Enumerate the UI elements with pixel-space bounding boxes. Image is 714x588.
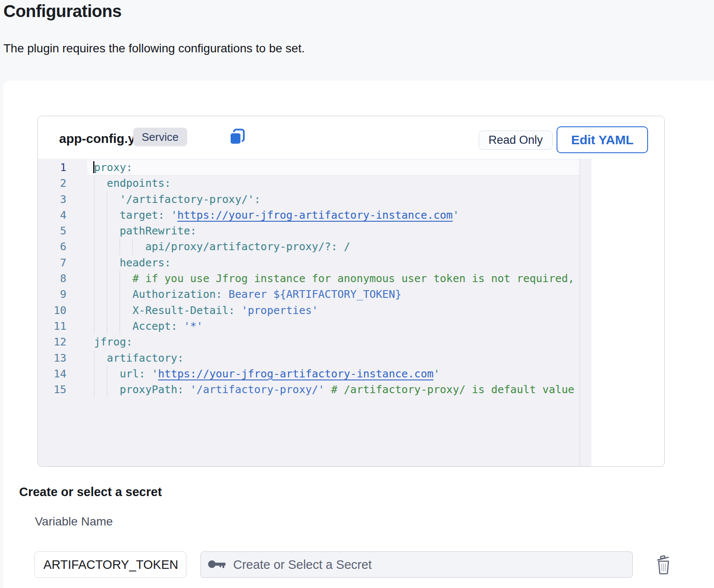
yaml-editor-card: app-config.yaml Service Read Only Edit Y… [37,116,665,467]
indent-guide [107,207,107,223]
indent-guide [94,207,94,223]
indent-guide [107,303,107,318]
indent-guide [94,239,94,254]
line-number: 1 [38,160,66,175]
indent-guide [94,175,94,191]
code-line: 8 # if you use Jfrog instance for anonym… [38,271,580,286]
indent-guide [107,271,107,286]
secret-section-heading: Create or select a secret [19,485,162,499]
edit-yaml-button[interactable]: Edit YAML [557,126,648,153]
yaml-card-header: app-config.yaml Service Read Only Edit Y… [38,116,664,159]
trash-icon[interactable] [655,554,673,575]
indent-guide [107,255,107,271]
indent-guide [94,271,94,286]
indent-guide [120,318,120,334]
code-line: 14 url: 'https://your-jfrog-artifactory-… [38,366,580,382]
code-line-text: target: 'https://your-jfrog-artifactory-… [94,209,459,221]
indent-guide [107,366,107,382]
line-number: 14 [38,366,66,382]
indent-guide [132,239,133,254]
indent-guide [94,366,94,382]
code-line-text: url: 'https://your-jfrog-artifactory-ins… [94,368,440,380]
code-line-text: proxy: [94,161,132,174]
indent-guide [94,350,94,366]
line-number: 4 [38,207,66,223]
code-line: 6 api/proxy/artifactory-proxy/?: / [38,239,580,254]
indent-guide [94,255,94,271]
read-only-button[interactable]: Read Only [479,131,553,150]
indent-guide [107,286,107,302]
line-number: 7 [38,255,66,271]
code-line: 10 X-Result-Detail: 'properties' [38,303,580,318]
code-line: 11 Accept: '*' [38,318,580,334]
code-line: 15 proxyPath: '/artifactory-proxy/' # /a… [38,382,580,397]
code-line-text: '/artifactory-proxy/': [94,193,260,206]
line-number: 12 [38,334,66,350]
indent-guide [107,223,107,239]
code-line: 2 endpoints: [38,175,580,191]
line-number: 11 [38,318,66,334]
line-number: 2 [38,175,66,191]
variable-name-label: Variable Name [35,515,113,528]
code-line-text: pathRewrite: [94,225,197,237]
indent-guide [94,303,94,318]
indent-guide [94,286,94,302]
code-line: 1proxy: [38,160,580,175]
code-line-text: # if you use Jfrog instance for anonymou… [94,272,574,285]
indent-guide [120,303,120,318]
indent-guide [107,191,107,207]
code-line: 3 '/artifactory-proxy/': [38,191,580,207]
line-number: 5 [38,223,66,239]
code-lines-container: 1proxy:2 endpoints:3 '/artifactory-proxy… [38,160,580,466]
copy-icon[interactable] [228,128,246,146]
indent-guide [107,318,107,334]
text-cursor [93,161,94,173]
indent-guide [94,382,94,397]
service-badge: Service [133,128,187,146]
line-number: 13 [38,350,66,366]
line-number: 3 [38,191,66,207]
code-line: 9 Authorization: Bearer ${ARTIFACTORY_TO… [38,286,580,302]
code-line: 4 target: 'https://your-jfrog-artifactor… [38,207,580,223]
indent-guide [94,191,94,207]
line-number: 8 [38,271,66,286]
code-line-text: headers: [94,257,171,269]
indent-guide [94,318,94,334]
indent-guide [94,223,94,239]
indent-guide [107,382,107,397]
code-line-text: endpoints: [94,177,171,189]
line-number: 10 [38,303,66,318]
code-line: 7 headers: [38,255,580,271]
code-line-text: Authorization: Bearer ${ARTIFACTORY_TOKE… [94,288,401,300]
code-line-text: artifactory: [94,352,184,364]
line-number: 6 [38,239,66,254]
line-number: 9 [38,286,66,302]
indent-guide [107,239,107,254]
code-line-text: Accept: '*' [94,320,203,332]
code-line: 13 artifactory: [38,350,580,366]
code-line-text: jfrog: [94,336,132,348]
page-subtitle: The plugin requires the following config… [3,42,305,55]
code-line-text: proxyPath: '/artifactory-proxy/' # /arti… [94,383,574,396]
variable-name-input[interactable] [34,551,186,578]
page-title: Configurations [3,2,121,21]
indent-guide [120,286,120,302]
code-line: 12jfrog: [38,334,580,350]
indent-guide [120,239,120,254]
secret-select-input[interactable] [200,551,633,578]
line-number: 15 [38,382,66,397]
code-line-text: X-Result-Detail: 'properties' [94,304,318,317]
code-editor[interactable]: 1proxy:2 endpoints:3 '/artifactory-proxy… [38,159,591,466]
code-line: 5 pathRewrite: [38,223,580,239]
indent-guide [120,271,120,286]
scrollbar-track[interactable] [580,159,580,466]
